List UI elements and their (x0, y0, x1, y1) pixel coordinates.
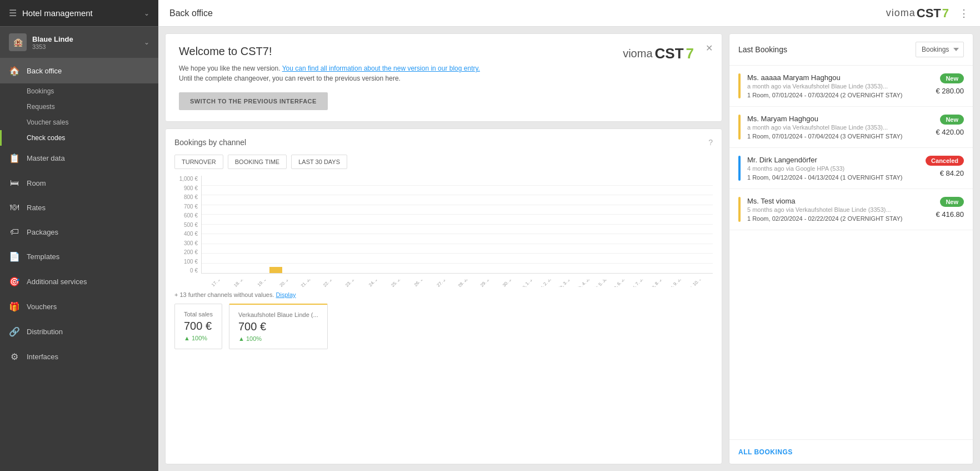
hotel-selector[interactable]: 🏨 Blaue Linde 3353 ⌄ (0, 27, 158, 58)
sidebar-item-label: Packages (27, 228, 149, 236)
last-30-days-filter-button[interactable]: LAST 30 DAYS (291, 155, 347, 169)
booking-accent (738, 156, 741, 181)
booking-meta: 4 months ago via Google HPA (533) (747, 165, 926, 172)
booking-detail: 1 Room, 02/20/2024 - 02/22/2024 (2 OVERN… (747, 215, 936, 222)
sidebar-item-label: Room (27, 179, 149, 187)
x-axis-label: We, 19. Jun (250, 280, 270, 287)
sidebar-sub-voucher-sales[interactable]: Voucher sales (0, 115, 158, 130)
totals-row: Total sales 700 € 100% Verkaufshotel Bla… (174, 304, 713, 349)
welcome-cst: CST (655, 45, 684, 62)
x-axis-label: Tu, 2. Jul (537, 280, 553, 287)
sidebar-item-distribution[interactable]: 🔗Distribution (0, 319, 158, 344)
room-icon: 🛏 (9, 178, 20, 188)
sidebar-item-label: Vouchers (27, 303, 149, 311)
y-axis-label: 800 € (174, 194, 198, 200)
additional-services-icon: 🎯 (9, 276, 20, 287)
x-axis: Mo, 17. JunTu, 18. JunWe, 19. JunTh, 20.… (201, 280, 713, 287)
booking-price: € 84.20 (940, 169, 964, 177)
hotel-name: Blaue Linde (32, 35, 73, 43)
booking-accent (738, 197, 741, 222)
y-axis-label: 400 € (174, 231, 198, 237)
sidebar-item-label: Distribution (27, 328, 149, 336)
y-axis-label: 600 € (174, 212, 198, 219)
sidebar-item-packages[interactable]: 🏷Packages (0, 220, 158, 244)
all-bookings-link-container: ALL BOOKINGS (729, 439, 973, 464)
total-label: Total sales (184, 311, 213, 318)
topbar-menu-icon[interactable]: ⋮ (959, 7, 969, 19)
sidebar-item-back-office[interactable]: 🏠Back office (0, 58, 158, 83)
interfaces-icon: ⚙ (9, 351, 20, 362)
sidebar-sub-check-codes[interactable]: Check codes (0, 130, 158, 146)
sidebar-sub-bookings[interactable]: Bookings (0, 83, 158, 99)
booking-price: € 280.00 (936, 87, 964, 95)
booking-item[interactable]: Ms. Test vioma 5 months ago via Verkaufs… (729, 189, 973, 230)
total-value: 700 € (184, 320, 213, 333)
y-axis-label: 500 € (174, 222, 198, 228)
x-axis-label: Sa, 29. Jun (474, 280, 493, 287)
sidebar-chevron-icon[interactable]: ⌄ (144, 9, 149, 17)
booking-name: Ms. Test vioma (747, 197, 936, 205)
welcome-seven: 7 (686, 45, 694, 62)
x-axis-label: Th, 27. Jun (431, 280, 450, 287)
y-axis-label: 200 € (174, 249, 198, 255)
booking-item[interactable]: Ms. aaaaa Maryam Haghgou a month ago via… (729, 66, 973, 107)
booking-badge: New (940, 115, 964, 125)
sidebar-sub-requests[interactable]: Requests (0, 99, 158, 115)
booking-accent (738, 115, 741, 140)
booking-item[interactable]: Mr. Dirk Langendörfer 4 months ago via G… (729, 148, 973, 189)
chart-area: 1,000 €900 €800 €700 €600 €500 €400 €300… (174, 176, 713, 287)
chart-note: + 13 further channels without values. Di… (174, 291, 713, 298)
x-axis-label: We, 10. Jul (686, 280, 705, 287)
y-axis-label: 700 € (174, 204, 198, 210)
sidebar-header: ☰ Hotel management ⌄ (0, 0, 158, 27)
sidebar-item-master-data[interactable]: 📋Master data (0, 146, 158, 171)
x-axis-label: Fr, 5. Jul (593, 280, 609, 287)
templates-icon: 📄 (9, 251, 20, 262)
sidebar-item-interfaces[interactable]: ⚙Interfaces (0, 344, 158, 369)
sidebar-item-templates[interactable]: 📄Templates (0, 244, 158, 269)
sidebar-item-rates[interactable]: 🍽Rates (0, 195, 158, 220)
y-axis-label: 1,000 € (174, 176, 198, 182)
collapse-icon[interactable]: ☰ (9, 8, 17, 18)
booking-detail: 1 Room, 07/01/2024 - 07/03/2024 (2 OVERN… (747, 92, 936, 98)
x-axis-label: Mo, 8. Jul (648, 280, 665, 287)
help-icon[interactable]: ? (708, 138, 713, 147)
booking-accent (738, 73, 741, 98)
x-axis-label: Su, 7. Jul (629, 280, 646, 287)
booking-badge: Canceled (926, 156, 964, 166)
close-icon[interactable]: ✕ (706, 43, 713, 53)
booking-time-filter-button[interactable]: BOOKING TIME (228, 155, 287, 169)
all-bookings-link[interactable]: ALL BOOKINGS (738, 448, 793, 456)
chart-filters: TURNOVER BOOKING TIME LAST 30 DAYS (174, 155, 713, 169)
welcome-text: We hope you like the new version. You ca… (179, 63, 708, 83)
booking-detail: 1 Room, 07/01/2024 - 07/04/2024 (3 OVERN… (747, 133, 936, 140)
sidebar-item-vouchers[interactable]: 🎁Vouchers (0, 294, 158, 319)
nav-list: 🏠Back officeBookingsRequestsVoucher sale… (0, 58, 158, 369)
x-axis-label: Tu, 25. Jun (385, 280, 404, 287)
sidebar-item-additional-services[interactable]: 🎯Additional services (0, 269, 158, 294)
turnover-filter-button[interactable]: TURNOVER (174, 155, 223, 169)
sidebar-item-label: Rates (27, 204, 149, 212)
total-card: Total sales 700 € 100% (174, 304, 222, 349)
y-axis-label: 100 € (174, 259, 198, 265)
content-area: Welcome to CST7! vioma CST 7 ✕ We hope y… (158, 27, 980, 471)
x-axis-label: Su, 23. Jun (339, 280, 358, 287)
booking-name: Ms. Maryam Haghgou (747, 115, 936, 123)
hotel-id: 3353 (32, 43, 73, 50)
page-title: Back office (169, 8, 213, 18)
sidebar-item-label: Interfaces (27, 353, 149, 361)
x-axis-label: Sa, 22. Jun (317, 280, 336, 287)
right-panel: Last Bookings Bookings Requests Ms. aaaa… (729, 33, 973, 464)
y-axis-label: 300 € (174, 240, 198, 246)
sidebar-title: Hotel management (22, 8, 93, 18)
display-link[interactable]: Display (276, 291, 296, 298)
sidebar-item-room[interactable]: 🛏Room (0, 171, 158, 195)
packages-icon: 🏷 (9, 227, 20, 237)
blog-link[interactable]: You can find all information about the n… (282, 65, 480, 72)
switch-interface-button[interactable]: SWITCH TO THE PREVIOUS INTERFACE (179, 92, 328, 110)
hotel-chevron-icon[interactable]: ⌄ (144, 38, 149, 46)
booking-name: Mr. Dirk Langendörfer (747, 156, 926, 164)
welcome-vioma: vioma (623, 47, 652, 60)
bookings-type-dropdown[interactable]: Bookings Requests (916, 42, 964, 57)
booking-item[interactable]: Ms. Maryam Haghgou a month ago via Verka… (729, 107, 973, 148)
